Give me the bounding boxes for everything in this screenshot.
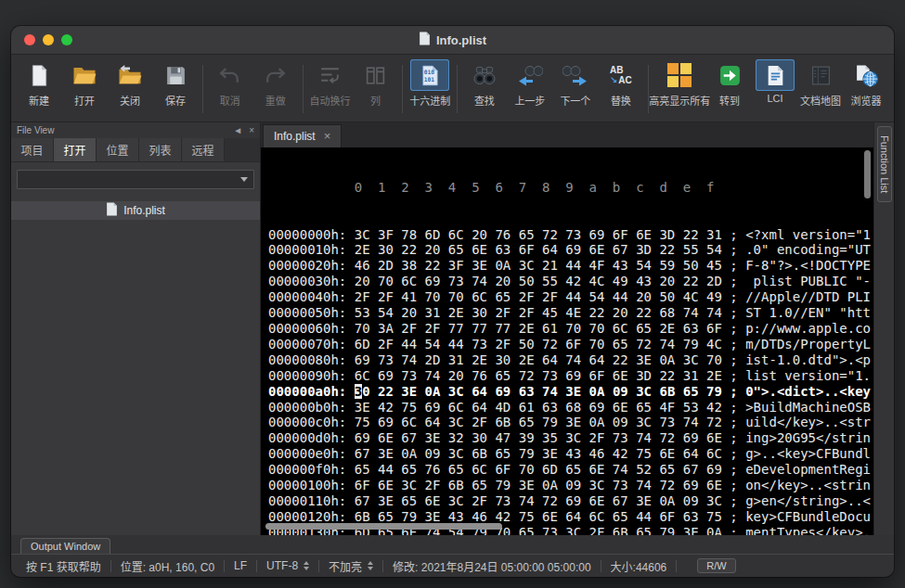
hex-address: 000000c0h: [268,415,355,429]
toolbar-button-columns[interactable]: 列 [353,58,397,121]
file-view-tab-project[interactable]: 项目 [11,138,54,161]
toolbar-button-browser[interactable]: 浏览器 [844,58,888,121]
hex-ascii: ; key>CFBundleDocu [722,509,871,524]
toolbar-button-label: 新建 [29,93,49,108]
toolbar-button-wordwrap[interactable]: 自动换行 [307,58,352,121]
status-separator [318,560,319,572]
zoom-window-button[interactable] [61,34,72,45]
toolbar-button-hex[interactable]: 010101十六进制 [407,58,452,121]
chevron-down-icon [240,177,248,182]
file-icon [106,202,118,219]
status-highlight-select[interactable]: 不加亮 [329,558,373,574]
toolbar-button-docmap[interactable]: 文档地图 [798,58,843,121]
hex-row[interactable]: 00000020h: 46 2D 38 22 3F 3E 0A 3C 21 44… [268,258,873,274]
hex-address: 00000090h: [268,368,355,383]
status-highlight-value: 不加亮 [329,558,362,574]
toolbar-button-label: 重做 [265,93,286,108]
hex-row[interactable]: 000000e0h: 67 3E 0A 09 3C 6B 65 79 3E 43… [268,446,873,462]
horizontal-scrollbar[interactable] [265,523,502,530]
hex-bytes: 69 6E 67 3E 32 30 47 39 35 3C 2F 73 74 7… [355,430,722,445]
hex-address: 00000030h: [268,274,355,288]
hex-bytes: 65 44 65 76 65 6C 6F 70 6D 65 6E 74 52 6… [355,462,722,477]
vertical-scrollbar[interactable] [864,150,871,198]
toolbar-button-label: 浏览器 [851,93,882,108]
hex-row[interactable]: 000000a0h: 30 22 3E 0A 3C 64 69 63 74 3E… [268,384,873,400]
toolbar-button-label: LCI [767,93,782,104]
toolbar-button-open[interactable]: 打开 [62,58,107,121]
toolbar-button-replace[interactable]: AB↘AC替换 [599,58,643,121]
hex-row[interactable]: 00000070h: 6D 2F 44 54 44 73 2F 50 72 6F… [268,337,873,352]
toolbar-button-highlight-all[interactable]: 高亮显示所有 [653,58,706,121]
dock-arrow-icon[interactable]: ◄ [233,125,242,135]
status-modified: 修改: 2021年8月24日 05:00:00 05:00:00 [393,558,590,574]
status-separator [382,560,383,572]
file-view-tab-position[interactable]: 位置 [97,138,139,161]
status-line-ending[interactable]: LF [234,559,247,572]
traffic-lights [24,34,72,45]
status-size: 大小:44606 [611,558,667,574]
hex-ascii: ; g>..<key>CFBundl [722,446,871,461]
close-window-button[interactable] [24,34,35,45]
file-view-tab-list[interactable]: 列表 [139,138,182,161]
hex-ascii: ; mentTypes</key>. [722,525,871,535]
hex-bytes: 3E 42 75 69 6C 64 4D 61 63 68 69 6E 65 4… [355,400,722,415]
toolbar-button-lci[interactable]: LCI [753,58,797,121]
hex-bytes: 67 3E 0A 09 3C 6B 65 79 3E 43 46 42 75 6… [355,446,722,461]
hex-row[interactable]: 00000000h: 3C 3F 78 6D 6C 20 76 65 72 73… [268,227,873,243]
hex-row[interactable]: 00000010h: 2E 30 22 20 65 6E 63 6F 64 69… [268,242,873,258]
toolbar-button-close[interactable]: 关闭 [108,58,152,121]
toolbar-button-label: 下一个 [560,93,590,108]
function-list-tab[interactable]: Function List [877,126,892,202]
hex-row[interactable]: 00000030h: 20 70 6C 69 73 74 20 50 55 42… [268,274,873,289]
hex-bytes: 30 22 3E 0A 3C 64 69 63 74 3E 0A 09 3C 6… [355,384,722,399]
panel-close-icon[interactable]: × [249,125,254,135]
toolbar-button-label: 自动换行 [309,93,350,108]
file-view-tab-remote[interactable]: 远程 [182,138,225,161]
hex-row[interactable]: 000000b0h: 3E 42 75 69 6C 64 4D 61 63 68… [268,400,873,415]
replace-icon: AB↘AC [601,59,640,91]
stepper-icon [304,561,309,570]
tab-close-icon[interactable]: × [324,131,331,142]
hex-view[interactable]: 0 1 2 3 4 5 6 7 8 9 a b c d e f 00000000… [261,147,873,535]
close-icon [110,59,149,91]
hex-row[interactable]: 000000c0h: 75 69 6C 64 3C 2F 6B 65 79 3E… [268,415,873,430]
file-view-tab-open[interactable]: 打开 [54,138,97,161]
hex-cursor: 3 [355,384,362,399]
hex-row[interactable]: 000000f0h: 65 44 65 76 65 6C 6F 70 6D 65… [268,462,873,478]
hex-row[interactable]: 00000100h: 6F 6E 3C 2F 6B 65 79 3E 0A 09… [268,478,873,493]
hex-row[interactable]: 00000080h: 69 73 74 2D 31 2E 30 2E 64 74… [268,352,873,368]
toolbar-button-goto[interactable]: 转到 [707,58,752,121]
hex-row[interactable]: 00000060h: 70 3A 2F 2F 77 77 77 2E 61 70… [268,321,873,337]
readwrite-toggle[interactable]: R/W [697,558,735,573]
status-separator [676,560,677,572]
toolbar-button-find[interactable]: 查找 [462,58,507,121]
hex-row[interactable]: 00000110h: 67 3E 65 6E 3C 2F 73 74 72 69… [268,493,873,509]
hex-bytes: 53 54 20 31 2E 30 2F 2F 45 4E 22 20 22 6… [355,305,722,320]
hex-ascii: ; .0" encoding="UT [722,242,871,257]
file-filter-dropdown[interactable] [17,170,254,189]
toolbar-button-redo[interactable]: 重做 [253,58,298,121]
hex-address: 000000e0h: [268,446,355,461]
toolbar-button-new[interactable]: 新建 [17,58,61,121]
hex-address: 000000a0h: [268,384,355,399]
titlebar[interactable]: Info.plist [11,26,894,55]
status-encoding-select[interactable]: UTF-8 [266,559,309,572]
hex-row[interactable]: 000000d0h: 69 6E 67 3E 32 30 47 39 35 3C… [268,430,873,446]
editor-tab[interactable]: Info.plist × [263,124,342,147]
hex-bytes: 20 70 6C 69 73 74 20 50 55 42 4C 49 43 2… [355,274,722,288]
hex-row[interactable]: 00000050h: 53 54 20 31 2E 30 2F 2F 45 4E… [268,305,873,321]
toolbar-button-undo[interactable]: 取消 [208,58,252,121]
hex-row[interactable]: 00000040h: 2F 2F 41 70 70 6C 65 2F 2F 44… [268,289,873,305]
hex-ascii: ; m/DTDs/PropertyL [722,337,871,352]
minimize-window-button[interactable] [43,34,54,45]
toolbar-separator [202,65,203,113]
file-list-item[interactable]: Info.plist [11,201,260,220]
toolbar-button-find-prev[interactable]: 上一步 [508,58,552,121]
toolbar-button-label: 替换 [611,93,631,108]
toolbar-button-find-next[interactable]: 下一个 [553,58,598,121]
hex-row[interactable]: 00000090h: 6C 69 73 74 20 76 65 72 73 69… [268,368,873,384]
svg-text:010: 010 [423,69,434,75]
toolbar-button-save[interactable]: 保存 [153,58,198,121]
output-window-tab[interactable]: Output Window [20,538,110,554]
status-separator [110,560,111,572]
